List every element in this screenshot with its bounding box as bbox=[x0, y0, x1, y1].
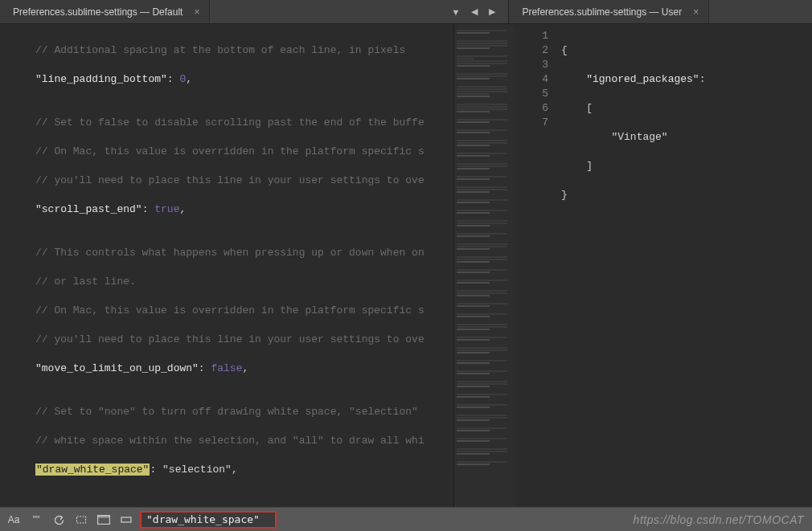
line-number: 5 bbox=[515, 87, 555, 101]
dropdown-icon[interactable]: ▼ bbox=[452, 7, 461, 17]
editor-content: { "ignored_packages": [ "Vintage" ] } bbox=[515, 24, 812, 251]
line-number: 2 bbox=[515, 43, 555, 58]
line-number: 6 bbox=[515, 101, 555, 116]
tab-default-settings[interactable]: Preferences.sublime-settings — Default × bbox=[0, 0, 210, 23]
code-comment: // Additional spacing at the bottom of e… bbox=[35, 44, 405, 56]
tab-spacer-left bbox=[210, 0, 438, 23]
split-panes: // Additional spacing at the bottom of e… bbox=[0, 24, 812, 507]
app-root: Preferences.sublime-settings — Default ×… bbox=[0, 0, 812, 531]
nav-back-icon[interactable]: ◀ bbox=[471, 6, 478, 17]
regex-toggle[interactable] bbox=[50, 512, 68, 528]
nav-forward-icon[interactable]: ▶ bbox=[489, 6, 495, 17]
tab-controls: ▼ ◀ ▶ bbox=[439, 0, 509, 23]
editor-default[interactable]: // Additional spacing at the bottom of e… bbox=[0, 24, 453, 507]
tab-title: Preferences.sublime-settings — User bbox=[522, 6, 682, 18]
find-input-wrap bbox=[140, 511, 277, 529]
minimap-left[interactable] bbox=[453, 24, 515, 507]
close-icon[interactable]: × bbox=[693, 6, 699, 18]
find-bar: Aa "" bbox=[0, 507, 812, 531]
line-number: 7 bbox=[515, 116, 555, 130]
refresh-icon bbox=[53, 514, 64, 525]
tab-user-settings[interactable]: Preferences.sublime-settings — User × bbox=[508, 0, 709, 23]
pane-left: // Additional spacing at the bottom of e… bbox=[0, 24, 515, 507]
tab-title: Preferences.sublime-settings — Default bbox=[13, 6, 182, 18]
highlight-icon bbox=[121, 514, 132, 525]
svg-rect-3 bbox=[121, 517, 131, 522]
line-number: 1 bbox=[515, 29, 555, 43]
in-selection-toggle[interactable] bbox=[72, 512, 90, 528]
svg-rect-2 bbox=[98, 515, 110, 517]
editor-user[interactable]: 1 2 3 4 5 6 7 { "ignored_packages": [ "V… bbox=[515, 24, 812, 507]
find-input[interactable] bbox=[140, 511, 277, 529]
editor-content: // Additional spacing at the bottom of e… bbox=[0, 24, 453, 507]
line-gutter: 1 2 3 4 5 6 7 bbox=[515, 24, 555, 135]
code-key: "line_padding_bottom" bbox=[35, 73, 167, 85]
highlight-toggle[interactable] bbox=[117, 512, 135, 528]
case-sensitive-toggle[interactable]: Aa bbox=[5, 512, 23, 528]
tab-spacer-right bbox=[709, 0, 812, 23]
selection-icon bbox=[76, 514, 87, 525]
line-number: 4 bbox=[515, 72, 555, 87]
search-highlight: "draw_white_space" bbox=[35, 464, 150, 476]
line-number: 3 bbox=[515, 58, 555, 72]
pane-right: 1 2 3 4 5 6 7 { "ignored_packages": [ "V… bbox=[515, 24, 812, 507]
tab-bar: Preferences.sublime-settings — Default ×… bbox=[0, 0, 812, 24]
panel-icon bbox=[97, 515, 110, 525]
close-icon[interactable]: × bbox=[194, 6, 199, 18]
wrap-toggle[interactable] bbox=[95, 512, 113, 528]
svg-rect-0 bbox=[77, 517, 86, 523]
whole-word-toggle[interactable]: "" bbox=[27, 512, 45, 528]
